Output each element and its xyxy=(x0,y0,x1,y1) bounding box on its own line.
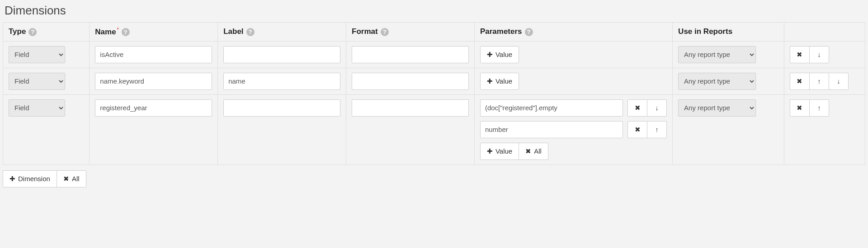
label-input[interactable] xyxy=(223,46,340,63)
arrow-down-icon: ↓ xyxy=(655,104,659,112)
add-parameter-button[interactable]: ✚Value xyxy=(480,143,519,160)
col-header-label: Label? xyxy=(218,23,346,42)
close-icon: ✖ xyxy=(797,51,802,59)
type-select[interactable]: Field xyxy=(9,99,65,117)
name-input[interactable] xyxy=(95,99,212,117)
move-row-down-button[interactable]: ↓ xyxy=(809,46,829,63)
table-row: Field✚ValueAny report type✖↓ xyxy=(3,41,865,68)
help-icon[interactable]: ? xyxy=(525,28,533,36)
move-row-down-button[interactable]: ↓ xyxy=(829,73,849,90)
arrow-down-icon: ↓ xyxy=(837,77,840,85)
label-input[interactable] xyxy=(223,73,340,90)
help-icon[interactable]: ? xyxy=(122,28,130,36)
name-input[interactable] xyxy=(95,73,212,90)
add-parameter-button[interactable]: ✚Value xyxy=(480,73,519,90)
format-input[interactable] xyxy=(352,73,469,90)
plus-icon: ✚ xyxy=(487,147,493,155)
move-row-up-button[interactable]: ↑ xyxy=(809,73,829,90)
clear-parameters-button[interactable]: ✖All xyxy=(519,143,548,160)
col-header-actions xyxy=(784,23,865,42)
arrow-up-icon: ↑ xyxy=(817,77,821,85)
close-icon: ✖ xyxy=(797,104,802,112)
arrow-down-icon: ↓ xyxy=(817,51,821,58)
arrow-up-icon: ↑ xyxy=(817,104,821,112)
remove-row-button[interactable]: ✖ xyxy=(790,46,810,63)
help-icon[interactable]: ? xyxy=(246,28,255,36)
plus-icon: ✚ xyxy=(9,175,15,183)
parameter-input[interactable] xyxy=(480,121,623,138)
plus-icon: ✚ xyxy=(487,51,493,59)
label-input[interactable] xyxy=(223,99,340,117)
close-icon: ✖ xyxy=(635,104,641,112)
reports-select[interactable]: Any report type xyxy=(678,46,756,63)
add-dimension-button[interactable]: ✚ Dimension xyxy=(3,170,57,187)
col-header-reports: Use in Reports xyxy=(673,23,784,42)
parameter-input[interactable] xyxy=(480,99,623,117)
move-row-up-button[interactable]: ↑ xyxy=(809,99,829,117)
col-header-format: Format? xyxy=(346,23,475,42)
page-title: Dimensions xyxy=(5,4,865,18)
move-parameter-up-button[interactable]: ↑ xyxy=(647,121,667,138)
help-icon[interactable]: ? xyxy=(381,28,389,36)
help-icon[interactable]: ? xyxy=(28,28,37,36)
close-icon: ✖ xyxy=(797,77,802,85)
table-row: Field✚ValueAny report type✖↑↓ xyxy=(3,68,865,94)
close-icon: ✖ xyxy=(635,126,641,134)
remove-row-button[interactable]: ✖ xyxy=(790,73,810,90)
col-header-name: Name*? xyxy=(90,23,218,42)
clear-all-dimensions-button[interactable]: ✖ All xyxy=(57,170,86,187)
col-header-type: Type? xyxy=(3,23,90,42)
remove-row-button[interactable]: ✖ xyxy=(790,99,810,117)
type-select[interactable]: Field xyxy=(9,73,65,90)
move-parameter-down-button[interactable]: ↓ xyxy=(647,99,667,117)
plus-icon: ✚ xyxy=(487,77,493,85)
arrow-up-icon: ↑ xyxy=(655,126,659,133)
col-header-parameters: Parameters? xyxy=(474,23,672,42)
format-input[interactable] xyxy=(352,46,469,63)
close-icon: ✖ xyxy=(525,147,531,155)
name-input[interactable] xyxy=(95,46,212,63)
reports-select[interactable]: Any report type xyxy=(678,73,756,90)
format-input[interactable] xyxy=(352,99,469,117)
remove-parameter-button[interactable]: ✖ xyxy=(627,99,647,117)
dimensions-table: Type? Name*? Label? Format? Parameters? … xyxy=(3,22,865,165)
remove-parameter-button[interactable]: ✖ xyxy=(627,121,647,138)
required-star: * xyxy=(117,27,119,32)
reports-select[interactable]: Any report type xyxy=(678,99,756,117)
type-select[interactable]: Field xyxy=(9,46,65,63)
table-row: Field✖↓✖↑✚Value✖AllAny report type✖↑ xyxy=(3,94,865,164)
close-icon: ✖ xyxy=(63,175,69,183)
add-parameter-button[interactable]: ✚Value xyxy=(480,46,519,63)
